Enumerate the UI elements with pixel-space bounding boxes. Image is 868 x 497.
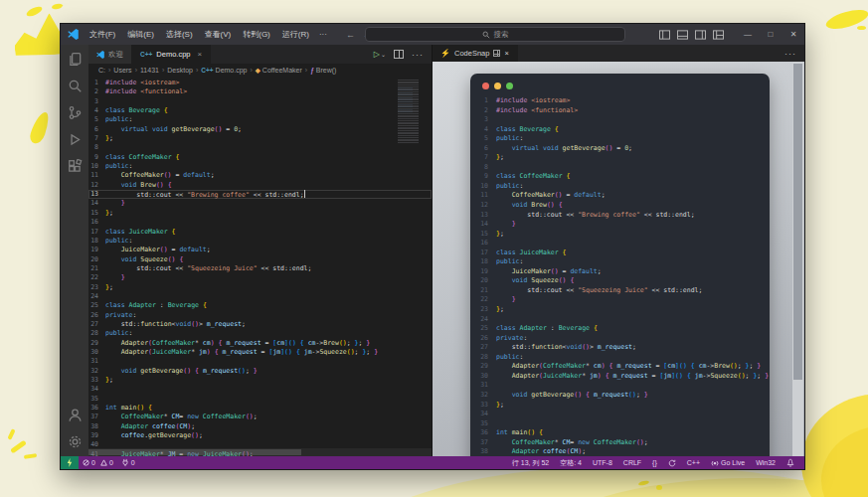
line-number[interactable]: 20 [480, 276, 496, 286]
code-line[interactable]: 14 } [480, 220, 770, 230]
code-line[interactable]: 31 [88, 357, 432, 366]
code-line[interactable]: 7}; [88, 134, 432, 143]
line-number[interactable]: 4 [480, 125, 496, 135]
nav-back-button[interactable]: ← [346, 30, 355, 40]
code-line[interactable]: 2#include <functional> [480, 106, 770, 116]
notifications-bell-icon[interactable] [782, 456, 798, 469]
line-number[interactable]: 29 [480, 362, 496, 372]
code-line[interactable]: 33}; [480, 401, 770, 411]
code-line[interactable]: 3 [88, 97, 432, 106]
eol-indicator[interactable]: CRLF [619, 456, 645, 469]
code-line[interactable]: 20 void Squeeze() { [480, 276, 770, 286]
code-line[interactable]: 23}; [88, 283, 432, 292]
code-line[interactable]: 9class CoffeeMaker { [480, 172, 770, 182]
line-number[interactable]: 33 [88, 376, 105, 385]
code-line[interactable]: 24 [480, 315, 770, 325]
line-number[interactable]: 5 [480, 134, 496, 144]
line-number[interactable]: 8 [480, 163, 496, 173]
line-number[interactable]: 21 [480, 286, 496, 296]
line-number[interactable]: 37 [88, 413, 105, 421]
code-line[interactable]: 17class JuiceMaker { [88, 228, 432, 237]
account-icon[interactable] [68, 408, 83, 422]
breadcrumb-item[interactable]: C++Demo.cpp [201, 67, 247, 74]
line-number[interactable]: 8 [88, 143, 105, 152]
code-line[interactable]: 31 [480, 381, 770, 391]
line-number[interactable]: 28 [480, 353, 496, 363]
toggle-panel-icon[interactable] [677, 30, 688, 40]
line-number[interactable]: 29 [88, 339, 105, 348]
code-line[interactable]: 3 [480, 115, 770, 125]
line-number[interactable]: 26 [88, 311, 105, 320]
line-number[interactable]: 21 [88, 264, 105, 273]
code-line[interactable]: 13 std::cout << "Brewing coffee" << std:… [88, 190, 432, 199]
code-line[interactable]: 6 virtual void getBeverage() = 0; [88, 125, 432, 134]
code-line[interactable]: 35 [88, 395, 432, 404]
tab-demo-cpp[interactable]: C++ Demo.cpp × [132, 45, 211, 64]
code-line[interactable]: 33}; [88, 376, 432, 385]
line-number[interactable]: 3 [480, 115, 496, 125]
code-line[interactable]: 1#include <iostream> [88, 79, 432, 87]
code-line[interactable]: 11 CoffeeMaker() = default; [480, 191, 770, 201]
code-line[interactable]: 38 Adapter coffee(CM); [88, 422, 432, 431]
code-line[interactable]: 16 [480, 239, 770, 248]
code-editor[interactable]: 1#include <iostream>2#include <functiona… [88, 77, 432, 456]
problems-indicator[interactable]: 0 0 [79, 456, 117, 469]
line-number[interactable]: 18 [480, 257, 496, 267]
line-number[interactable]: 15 [88, 209, 105, 218]
toggle-secondary-sidebar-icon[interactable] [695, 30, 706, 40]
code-line[interactable]: 22 } [88, 273, 432, 282]
line-number[interactable]: 34 [480, 410, 496, 419]
line-number[interactable]: 12 [480, 201, 496, 211]
line-number[interactable]: 16 [88, 218, 105, 227]
line-number[interactable]: 38 [480, 447, 496, 456]
minimize-button[interactable]: — [741, 30, 755, 39]
line-number[interactable]: 17 [88, 228, 105, 237]
run-debug-icon[interactable] [68, 132, 83, 147]
line-number[interactable]: 10 [480, 182, 496, 192]
code-line[interactable]: 14 } [88, 199, 432, 208]
line-number[interactable]: 32 [88, 367, 105, 376]
line-number[interactable]: 30 [88, 348, 105, 357]
more-actions-icon[interactable]: ··· [412, 50, 424, 60]
run-file-button[interactable]: ▷ ⌄ [374, 50, 386, 59]
code-line[interactable]: 38 Adapter coffee(CM); [480, 447, 770, 456]
code-line[interactable]: 16 [88, 218, 432, 227]
code-line[interactable]: 10public: [480, 182, 770, 192]
horizontal-scrollbar[interactable] [88, 448, 432, 456]
code-line[interactable]: 8 [88, 143, 432, 152]
line-number[interactable]: 27 [88, 320, 105, 329]
code-line[interactable]: 8 [480, 163, 770, 173]
code-line[interactable]: 28public: [480, 353, 770, 363]
code-line[interactable]: 18public: [480, 257, 770, 267]
close-button[interactable]: ✕ [786, 30, 800, 39]
line-number[interactable]: 11 [88, 171, 105, 180]
line-number[interactable]: 18 [88, 237, 105, 246]
menu-item-2[interactable]: 选择(S) [161, 27, 198, 42]
search-sidebar-icon[interactable] [68, 79, 83, 93]
line-number[interactable]: 33 [480, 401, 496, 411]
line-number[interactable]: 10 [88, 162, 105, 171]
line-number[interactable]: 6 [480, 144, 496, 154]
command-center-search[interactable]: 搜索 [365, 27, 625, 42]
line-number[interactable]: 25 [88, 301, 105, 310]
code-line[interactable]: 29 Adapter(CoffeeMaker* cm) { m_request … [480, 362, 770, 372]
language-mode[interactable]: C++ [683, 456, 704, 469]
menu-item-5[interactable]: 运行(R) [277, 27, 314, 42]
line-number[interactable]: 31 [480, 381, 496, 391]
line-number[interactable]: 28 [88, 329, 105, 338]
line-number[interactable]: 16 [480, 239, 496, 248]
line-number[interactable]: 12 [88, 181, 105, 190]
line-number[interactable]: 3 [88, 97, 105, 106]
line-number[interactable]: 35 [480, 419, 496, 429]
split-editor-icon[interactable] [394, 50, 404, 59]
code-line[interactable]: 23}; [480, 305, 770, 315]
code-line[interactable]: 17class JuiceMaker { [480, 248, 770, 258]
code-line[interactable]: 30 Adapter(JuiceMaker* jm) { m_request =… [88, 348, 432, 357]
line-number[interactable]: 24 [480, 315, 496, 325]
code-line[interactable]: 35 [480, 419, 770, 429]
menu-item-1[interactable]: 编辑(E) [122, 27, 159, 42]
line-number[interactable]: 9 [88, 153, 105, 162]
code-line[interactable]: 26private: [480, 334, 770, 344]
line-number[interactable]: 7 [480, 153, 496, 163]
line-number[interactable]: 31 [88, 357, 105, 366]
